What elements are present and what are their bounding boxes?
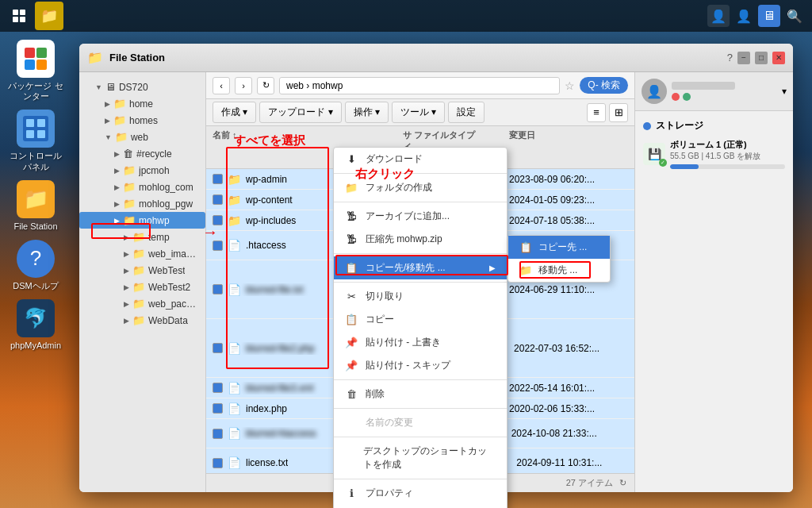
submenu-arrow: ▶	[489, 264, 496, 272]
view-detail-btn[interactable]: ⊞	[609, 103, 628, 122]
desktop-icon-dsm-help[interactable]: ? DSMヘルプ	[8, 240, 63, 291]
sidebar-web-packages-label: web_packages	[148, 298, 199, 310]
search-icon[interactable]: 🔍	[783, 5, 806, 27]
synology-icon[interactable]: 📁	[35, 2, 63, 30]
separator	[334, 379, 507, 380]
search-btn[interactable]: Q- 検索	[580, 77, 628, 94]
sidebar-item-jpcmoh[interactable]: ▶ 📁 jpcmoh	[79, 162, 205, 179]
delete-icon: 🗑	[345, 388, 358, 400]
user-settings-btn[interactable]: ▾	[782, 86, 787, 97]
window-help-btn[interactable]: ?	[727, 52, 733, 64]
sidebar-item-mohlog-pgw[interactable]: ▶ 📁 mohlog_pgw	[79, 195, 205, 212]
compress-icon: 🗜	[345, 233, 358, 245]
sidebar-temp-label: temp	[148, 232, 170, 243]
desktop-icon-phpmyadmin[interactable]: 🐬 phpMyAdmin	[8, 299, 63, 351]
window-close-btn[interactable]: ✕	[772, 52, 785, 64]
file-checkbox[interactable]	[213, 458, 223, 468]
create-btn[interactable]: 作成 ▾	[213, 102, 256, 123]
sidebar-item-recycle[interactable]: ▶ 🗑 #recycle	[79, 145, 205, 162]
svg-rect-5	[36, 48, 47, 58]
file-checkbox[interactable]	[213, 241, 223, 251]
desktop-icon-control-panel[interactable]: コントロールパネル	[8, 110, 63, 171]
context-shortcut-label: デスクトップのショートカットを作成	[363, 444, 496, 471]
user-name-blurred	[672, 82, 735, 90]
sidebar-item-mohwp[interactable]: ▶ 📁 mohwp	[79, 212, 205, 229]
file-name: index.php	[246, 403, 287, 414]
svg-rect-3	[20, 17, 25, 22]
context-archive-label: アーカイブに追加...	[366, 210, 450, 223]
sidebar-item-webtest2[interactable]: ▶ 📁 WebTest2	[79, 279, 205, 295]
file-checkbox[interactable]	[213, 403, 223, 414]
storage-bar-fill	[670, 164, 699, 169]
file-checkbox[interactable]	[213, 343, 223, 353]
context-copy-move[interactable]: 📋 コピー先/移動先 ... ▶	[334, 256, 507, 279]
sub-context-copy-to[interactable]: 📋 コピー先 ...	[508, 236, 610, 259]
sidebar-item-homes[interactable]: ▶ 📁 homes	[79, 112, 205, 129]
copy-icon: 📋	[345, 262, 358, 274]
svg-rect-6	[25, 60, 35, 70]
window-minimize-btn[interactable]: −	[737, 52, 750, 64]
upload-btn[interactable]: アップロード ▾	[259, 102, 341, 123]
file-checkbox[interactable]	[213, 284, 223, 294]
sidebar-root[interactable]: ▼ 🖥 DS720	[79, 79, 205, 95]
context-copy[interactable]: 📋 コピー	[334, 308, 507, 331]
user-icon[interactable]: 👤	[733, 5, 755, 27]
file-name: blurred-file2.php	[246, 343, 315, 354]
folder-icon: 📁	[345, 182, 358, 194]
view-list-btn[interactable]: ≡	[587, 103, 606, 122]
context-archive[interactable]: 🗜 アーカイブに追加...	[334, 205, 507, 228]
action-btn[interactable]: 操作 ▾	[345, 102, 389, 123]
desktop-icon-package-center[interactable]: パッケージ センター	[8, 40, 63, 102]
file-checkbox[interactable]	[213, 194, 223, 205]
sidebar-item-temp[interactable]: ▶ 📁 temp	[79, 229, 205, 245]
file-checkbox[interactable]	[213, 174, 223, 184]
settings-btn[interactable]: 設定	[448, 102, 485, 123]
file-name: .htaccess	[246, 240, 286, 251]
file-checkbox[interactable]	[213, 383, 223, 393]
storage-title-label: ストレージ	[656, 119, 703, 133]
window-maximize-btn[interactable]: □	[755, 52, 768, 64]
refresh-icon[interactable]: ↻	[619, 478, 626, 488]
item-count: 27 アイテム	[566, 477, 613, 489]
file-name: wp-includes	[246, 215, 296, 226]
context-shortcut[interactable]: デスクトップのショートカットを作成	[334, 440, 507, 476]
sidebar-item-webtest[interactable]: ▶ 📁 WebTest	[79, 262, 205, 279]
refresh-btn[interactable]: ↻	[257, 77, 274, 94]
file-name: license.txt	[246, 457, 288, 468]
context-cut[interactable]: ✂ 切り取り	[334, 285, 507, 308]
col-date: 変更日	[509, 129, 628, 165]
monitor-icon[interactable]: 🖥	[758, 5, 780, 27]
desktop-icon-file-station[interactable]: 📁 File Station	[8, 180, 63, 232]
annotation-select-all: すべてを選択	[234, 133, 305, 148]
volume-row: 💾 ✓ ボリューム 1 (正常) 55.5 GB | 41.5 GB を解放	[643, 139, 785, 169]
sidebar-web-images-label: web_images	[148, 248, 199, 260]
context-paste-skip-label: 貼り付け - スキップ	[366, 359, 450, 372]
volume-name: ボリューム 1 (正常)	[670, 139, 785, 151]
sidebar-item-mohlog-com[interactable]: ▶ 📁 mohlog_com	[79, 179, 205, 195]
file-checkbox[interactable]	[213, 429, 223, 439]
sidebar-item-home[interactable]: ▶ 📁 home	[79, 95, 205, 112]
context-rename[interactable]: 名前の変更	[334, 411, 507, 434]
back-btn[interactable]: ‹	[213, 77, 230, 94]
sidebar-item-webdata[interactable]: ▶ 📁 WebData	[79, 312, 205, 329]
context-properties[interactable]: ℹ プロパティ	[334, 482, 507, 505]
dot-red	[672, 93, 680, 101]
context-compress[interactable]: 🗜 圧縮先 mohwp.zip	[334, 228, 507, 251]
forward-btn[interactable]: ›	[235, 77, 252, 94]
bookmark-icon[interactable]: ☆	[565, 79, 575, 92]
context-share[interactable]: 🔗 共有	[334, 505, 507, 508]
tools-btn[interactable]: ツール ▾	[392, 102, 445, 123]
context-paste-skip[interactable]: 📌 貼り付け - スキップ	[334, 354, 507, 377]
person-icon[interactable]: 👤	[707, 5, 730, 27]
volume-status-icon: ✓	[659, 159, 667, 167]
app-grid-icon[interactable]	[6, 3, 32, 29]
sidebar-mohlog-pgw-label: mohlog_pgw	[139, 198, 193, 210]
path-display[interactable]: web › mohwp	[279, 77, 560, 94]
sidebar-item-web-packages[interactable]: ▶ 📁 web_packages	[79, 295, 205, 312]
sub-context-move-to[interactable]: 📁 移動先 ...	[508, 259, 610, 282]
sidebar-item-web[interactable]: ▼ 📁 web	[79, 129, 205, 145]
context-paste-overwrite[interactable]: 📌 貼り付け - 上書き	[334, 331, 507, 354]
context-delete[interactable]: 🗑 削除	[334, 383, 507, 406]
properties-icon: ℹ	[345, 487, 358, 499]
sidebar-item-web-images[interactable]: ▶ 📁 web_images	[79, 245, 205, 262]
